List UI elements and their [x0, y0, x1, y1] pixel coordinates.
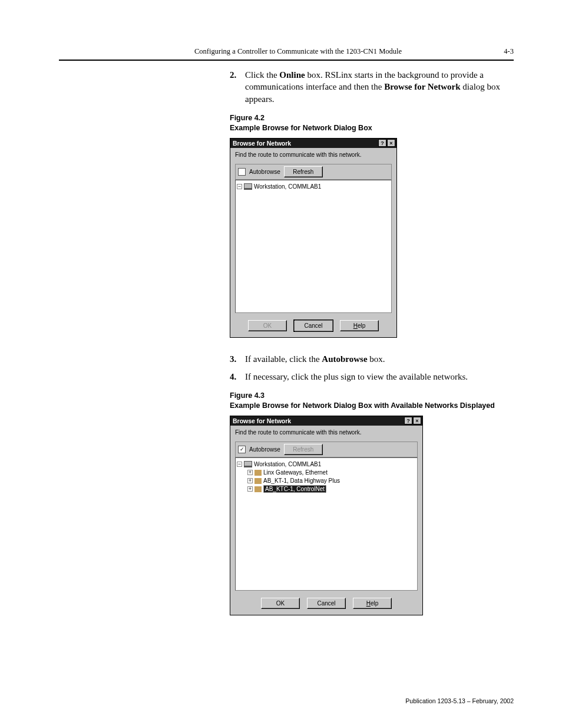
dialog-titlebar: Browse for Network ? × [230, 139, 396, 148]
dialog-toolbar: Autobrowse Refresh [235, 164, 392, 180]
network-icon [254, 470, 262, 476]
tree-item-label-selected: AB_KTC-1, ControlNet [263, 485, 326, 493]
close-button[interactable]: × [413, 417, 421, 424]
running-header: Configuring a Controller to Communicate … [194, 47, 402, 56]
figure-4-3-caption: Figure 4.3 Example Browse for Network Di… [230, 391, 514, 411]
tree-item-label: AB_KT-1, Data Highway Plus [263, 477, 340, 484]
workstation-icon [244, 461, 252, 467]
step-number: 3. [230, 353, 245, 365]
autobrowse-checkbox[interactable] [238, 168, 246, 176]
step-4: 4. If necessary, click the plus sign to … [230, 371, 514, 383]
tree-expander-icon[interactable]: − [237, 184, 242, 189]
step-text: If available, click the Autobrowse box. [245, 353, 385, 365]
tree-item-label: Linx Gateways, Ethernet [263, 469, 328, 476]
autobrowse-label: Autobrowse [249, 169, 280, 175]
workstation-icon [244, 183, 252, 190]
context-help-button[interactable]: ? [404, 417, 412, 424]
network-icon [254, 478, 262, 484]
publication-footer: Publication 1203-5.13 – February, 2002 [405, 697, 514, 704]
dialog-instruction: Find the route to communicate with this … [235, 151, 392, 158]
tree-expander-icon[interactable]: + [247, 470, 253, 475]
tree-root-label: Workstation, COMMLAB1 [254, 461, 321, 467]
step-number: 2. [230, 69, 245, 105]
autobrowse-label: Autobrowse [249, 446, 280, 453]
network-tree[interactable]: − Workstation, COMMLAB1 + Linx Gateways,… [235, 457, 418, 591]
tree-root-row[interactable]: − Workstation, COMMLAB1 [237, 460, 416, 469]
cancel-button[interactable]: Cancel [294, 320, 333, 331]
browse-for-network-dialog-1: Browse for Network ? × Find the route to… [230, 138, 397, 338]
browse-for-network-dialog-2: Browse for Network ? × Find the route to… [230, 416, 423, 615]
step-2: 2. Click the Online box. RSLinx starts i… [230, 69, 514, 105]
dialog-title: Browse for Network [233, 140, 291, 147]
header-rule [59, 60, 514, 61]
tree-expander-icon[interactable]: + [247, 486, 253, 492]
tree-row[interactable]: + AB_KT-1, Data Highway Plus [237, 477, 416, 485]
step-3: 3. If available, click the Autobrowse bo… [230, 353, 514, 365]
tree-row[interactable]: + AB_KTC-1, ControlNet [237, 485, 416, 493]
dialog-instruction: Find the route to communicate with this … [235, 429, 418, 436]
autobrowse-checkbox[interactable] [238, 446, 246, 453]
figure-4-2-caption: Figure 4.2 Example Browse for Network Di… [230, 113, 514, 133]
tree-expander-icon[interactable]: + [247, 478, 253, 483]
step-text: Click the Online box. RSLinx starts in t… [245, 69, 514, 105]
tree-expander-icon[interactable]: − [237, 462, 242, 467]
help-button[interactable]: Help [353, 598, 392, 609]
page-number: 4-3 [504, 47, 514, 56]
dialog-title: Browse for Network [233, 417, 291, 424]
network-tree[interactable]: − Workstation, COMMLAB1 [235, 180, 392, 313]
step-number: 4. [230, 371, 245, 383]
step-text: If necessary, click the plus sign to vie… [245, 371, 468, 383]
ok-button[interactable]: OK [248, 320, 287, 331]
cancel-button[interactable]: Cancel [307, 598, 346, 609]
tree-root-label: Workstation, COMMLAB1 [254, 183, 321, 190]
network-icon [254, 486, 262, 492]
refresh-button[interactable]: Refresh [284, 166, 323, 177]
tree-row[interactable]: + Linx Gateways, Ethernet [237, 469, 416, 477]
dialog-titlebar: Browse for Network ? × [230, 416, 422, 426]
refresh-button[interactable]: Refresh [284, 444, 323, 455]
context-help-button[interactable]: ? [378, 139, 386, 147]
tree-root-row[interactable]: − Workstation, COMMLAB1 [237, 183, 390, 191]
dialog-toolbar: Autobrowse Refresh [235, 442, 418, 457]
ok-button[interactable]: OK [261, 598, 300, 609]
close-button[interactable]: × [387, 139, 395, 147]
help-button[interactable]: Help [340, 320, 379, 331]
